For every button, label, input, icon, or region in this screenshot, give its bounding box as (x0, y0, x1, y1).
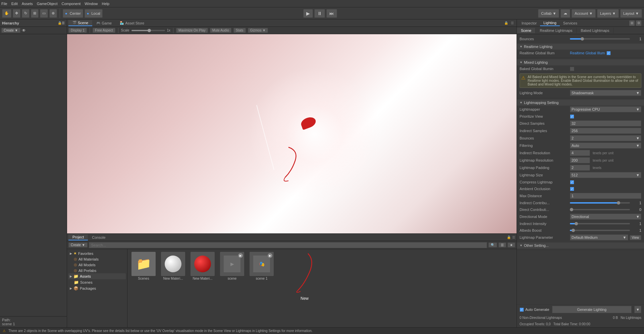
indirect-intensity-thumb[interactable] (575, 222, 578, 225)
lightmapping-header[interactable]: ▼ Lightmapping Setting (517, 100, 644, 106)
sub-tab-realtime[interactable]: Realtime Lightmaps (536, 28, 577, 33)
play-button[interactable]: ▶ (303, 9, 313, 18)
sidebar-all-models[interactable]: ◎ All Models (68, 262, 126, 268)
tab-console[interactable]: Console (88, 235, 109, 240)
menu-gameobject[interactable]: GameObject (37, 2, 58, 6)
direct-contrib-slider[interactable] (570, 209, 630, 210)
menu-help[interactable]: Help (102, 2, 109, 6)
mixed-lighting-header[interactable]: ▼ Mixed Lighting (517, 59, 644, 65)
lightmap-size-dropdown[interactable]: 512 ▼ (570, 172, 641, 178)
other-settings-header[interactable]: ▼ Other Setting... (517, 242, 644, 248)
aspect-dropdown[interactable]: Free Aspect (93, 28, 115, 33)
tab-scene[interactable]: 🎬 Scene (68, 20, 92, 26)
hierarchy-menu-icon[interactable]: ☰ (62, 21, 65, 25)
albedo-boost-slider[interactable] (570, 230, 630, 231)
scale-tool[interactable]: ⊞ (31, 9, 39, 18)
baked-global-checkbox[interactable] (570, 67, 574, 71)
rotate-tool[interactable]: ↻ (22, 9, 30, 18)
project-search-input[interactable] (89, 242, 487, 248)
prioritize-checkbox[interactable]: ✓ (570, 114, 574, 119)
lightmap-param-dropdown[interactable]: Default-Medium ▼ (570, 234, 628, 240)
generate-lighting-btn[interactable]: Generate Lighting (552, 306, 632, 313)
pause-button[interactable]: ⏸ (314, 9, 325, 18)
stats-btn[interactable]: Stats (233, 28, 246, 33)
cloud-button[interactable]: ☁ (560, 9, 570, 18)
realtime-global-checkbox[interactable]: ✓ (606, 51, 611, 55)
rect-tool[interactable]: ▭ (40, 9, 48, 18)
project-create-btn[interactable]: Create ▼ (68, 242, 88, 247)
hierarchy-create-btn[interactable]: Create ▼ (1, 28, 20, 33)
layout-button[interactable]: Layout ▼ (620, 9, 642, 18)
sidebar-favorites[interactable]: ▶ ★ Favorites (68, 250, 126, 256)
direct-contrib-thumb[interactable] (570, 208, 573, 211)
asset-item-scene[interactable]: ▶ ▶ scene (219, 252, 246, 301)
direct-samples-input[interactable] (570, 120, 641, 126)
gizmos-btn[interactable]: Gizmos ▼ (248, 28, 268, 33)
sub-tab-baked[interactable]: Baked Lightmaps (577, 28, 613, 33)
layers-button[interactable]: Layers ▼ (597, 9, 619, 18)
mute-btn[interactable]: Mute Audio (210, 28, 231, 33)
menu-window[interactable]: Window (85, 2, 98, 6)
pivot-local-btn[interactable]: ● Local (85, 9, 103, 18)
collab-button[interactable]: Collab ▼ (538, 9, 559, 18)
tab-game[interactable]: 🎮 Game (92, 20, 116, 26)
move-tool[interactable]: ✥ (13, 9, 20, 18)
lightmap-param-view-btn[interactable]: View (630, 235, 642, 240)
custom-tool[interactable]: ⊕ (49, 9, 57, 18)
auto-generate-checkbox[interactable]: ✓ (520, 308, 524, 312)
asset-item-scene-1[interactable]: 🎭 ▶ scene 1 (248, 252, 275, 301)
project-search-icon[interactable]: 🔍 (488, 242, 497, 247)
filtering-dropdown[interactable]: Auto ▼ (570, 143, 641, 149)
right-panel-icon-1[interactable]: ⊞ (629, 20, 635, 26)
sidebar-scenes[interactable]: 📁 Scenes (68, 279, 126, 285)
indirect-contrib-slider[interactable] (570, 202, 630, 204)
menu-edit[interactable]: Edit (11, 2, 18, 6)
bounces-dropdown[interactable]: 2 ▼ (570, 135, 641, 141)
indirect-contrib-thumb[interactable] (617, 201, 620, 205)
sidebar-all-prefabs[interactable]: ◎ All Prefabs (68, 268, 126, 273)
realtime-lighting-header[interactable]: ▼ Realtime Lighting (517, 44, 644, 50)
project-panel-menu[interactable]: ☰ (512, 235, 515, 239)
menu-component[interactable]: Component (61, 2, 80, 6)
bounces-slider-thumb[interactable] (581, 37, 584, 41)
maximize-btn[interactable]: Maximize On Play (176, 28, 208, 33)
asset-item-scenes[interactable]: 📁 Scenes (130, 252, 157, 301)
tab-project[interactable]: Project (68, 234, 88, 240)
lightmap-padding-input[interactable] (570, 165, 590, 171)
bounces-slider[interactable] (570, 38, 630, 40)
scale-slider[interactable] (131, 30, 165, 31)
hierarchy-eye-icon[interactable]: 👁 (22, 28, 26, 33)
account-button[interactable]: Account ▼ (572, 9, 596, 18)
tab-services[interactable]: Services (560, 20, 581, 26)
sidebar-assets[interactable]: ▶ 📁 Assets (68, 273, 126, 279)
asset-item-new-material-2[interactable]: New Materi... (189, 252, 216, 301)
step-button[interactable]: ⏭ (326, 9, 337, 18)
hand-tool[interactable]: ✋ (2, 9, 11, 18)
compress-checkbox[interactable]: ✓ (570, 180, 574, 184)
max-distance-input[interactable] (570, 193, 641, 199)
menu-assets[interactable]: Assets (22, 2, 33, 6)
indirect-resolution-input[interactable] (570, 150, 590, 156)
sidebar-packages[interactable]: ▶ 📦 Packages (68, 285, 126, 291)
indirect-intensity-slider[interactable] (570, 223, 630, 224)
tab-asset-store[interactable]: 🏪 Asset Store (116, 20, 148, 26)
display-dropdown[interactable]: Display 1 (68, 28, 87, 33)
pivot-center-btn[interactable]: ● Center (63, 9, 83, 18)
hierarchy-lock-icon[interactable]: 🔒 (58, 21, 62, 25)
project-filter-icon[interactable]: ☰ (498, 242, 506, 247)
sidebar-all-materials[interactable]: ◎ All Materials (68, 256, 126, 262)
view-panel-menu[interactable]: ☰ (509, 21, 515, 25)
scene-viewport[interactable] (67, 34, 517, 233)
realtime-global-link[interactable]: Realtime Global Illum (570, 51, 605, 55)
albedo-boost-thumb[interactable] (572, 229, 575, 232)
sub-tab-scene[interactable]: Scene (517, 28, 536, 33)
right-panel-icon-2[interactable]: ⚙ (636, 20, 641, 26)
indirect-samples-input[interactable] (570, 128, 641, 134)
project-star-icon[interactable]: ★ (507, 242, 515, 247)
lightmapper-dropdown[interactable]: Progressive CPU ▼ (570, 106, 641, 112)
tab-lighting[interactable]: Lighting (540, 20, 560, 26)
generate-dropdown-btn[interactable]: ▼ (634, 306, 641, 313)
project-panel-lock[interactable]: 🔒 (507, 235, 511, 239)
tab-inspector[interactable]: Inspector (518, 20, 540, 26)
menu-file[interactable]: File (1, 2, 7, 6)
